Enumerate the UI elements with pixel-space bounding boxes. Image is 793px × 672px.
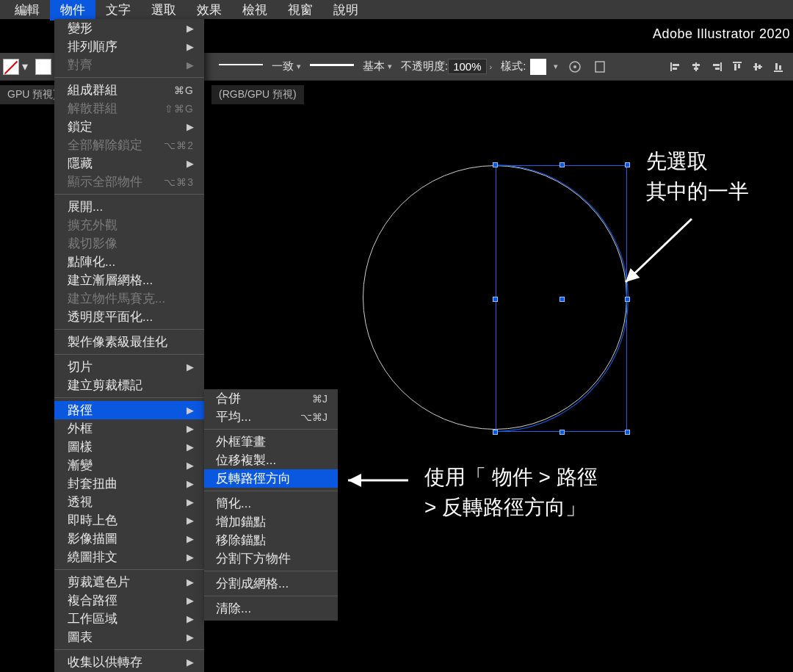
brush-label: 基本 [363, 59, 385, 73]
submenu-arrow-icon: ▶ [187, 405, 194, 416]
svg-rect-16 [755, 63, 757, 71]
menu-item[interactable]: 圖表▶ [54, 628, 204, 646]
menu-select[interactable]: 選取 [141, 0, 187, 21]
menu-item-label: 點陣化... [68, 253, 115, 270]
menu-item[interactable]: 透明度平面化... [54, 308, 204, 326]
stroke-profile-dropdown[interactable]: 一致 ▾ [272, 59, 301, 73]
selection-handle[interactable] [560, 430, 565, 435]
submenu-item[interactable]: 分割成網格... [204, 574, 338, 593]
submenu-item[interactable]: 反轉路徑方向 [204, 469, 338, 488]
submenu-item-label: 平均... [216, 408, 251, 425]
menu-type[interactable]: 文字 [95, 0, 141, 21]
menu-view[interactable]: 檢視 [232, 0, 278, 21]
opacity-field[interactable]: 不透明度: 100% › [401, 59, 492, 74]
fill-swatch-group[interactable]: ▾ [3, 59, 28, 75]
menu-item[interactable]: 建立剪裁標記 [54, 376, 204, 394]
align-vcenter-icon[interactable] [749, 59, 767, 75]
align-hcenter-icon[interactable] [687, 59, 705, 75]
submenu-item[interactable]: 平均...⌥⌘J [204, 408, 338, 426]
selection-bounding-box[interactable] [496, 165, 627, 432]
menu-item[interactable]: 製作像素級最佳化 [54, 333, 204, 351]
fill-swatch[interactable] [3, 59, 19, 75]
align-right-icon[interactable] [708, 59, 725, 75]
menu-item[interactable]: 透視▶ [54, 493, 204, 511]
submenu-item[interactable]: 清除... [204, 599, 338, 618]
menu-item-label: 組成群組 [68, 82, 117, 98]
menu-item[interactable]: 變形▶ [54, 19, 204, 37]
menu-edit[interactable]: 編輯 [4, 0, 50, 21]
menu-item-label: 繞圖排文 [68, 549, 117, 566]
recolor-icon[interactable] [564, 57, 586, 76]
svg-rect-2 [595, 62, 604, 72]
menu-item[interactable]: 點陣化... [54, 253, 204, 271]
menu-item[interactable]: 工作區域▶ [54, 610, 204, 628]
menu-item[interactable]: 切片▶ [54, 358, 204, 376]
document-setup-icon[interactable] [589, 57, 611, 76]
selection-center[interactable] [560, 297, 565, 302]
selection-handle[interactable] [493, 162, 498, 167]
chevron-down-icon: ▾ [388, 62, 392, 71]
align-top-icon[interactable] [728, 59, 746, 75]
selection-handle[interactable] [625, 297, 630, 302]
menu-item-label: 對齊 [68, 57, 93, 73]
menu-window[interactable]: 視窗 [278, 0, 323, 21]
align-bottom-icon[interactable] [770, 59, 787, 75]
svg-rect-13 [734, 64, 736, 71]
submenu-item[interactable]: 簡化... [204, 494, 338, 513]
brush-preview[interactable] [310, 64, 354, 70]
menu-item[interactable]: 繞圖排文▶ [54, 548, 204, 566]
menu-item[interactable]: 外框▶ [54, 419, 204, 438]
opacity-value[interactable]: 100% [448, 59, 486, 74]
chevron-right-icon[interactable]: › [490, 62, 493, 71]
svg-rect-15 [753, 66, 762, 68]
menu-item[interactable]: 組成群組⌘G [54, 81, 204, 99]
submenu-item[interactable]: 分割下方物件 [204, 549, 338, 568]
menu-item[interactable]: 排列順序▶ [54, 37, 204, 56]
menu-shortcut: ⌥⌘J [300, 411, 327, 423]
menu-item[interactable]: 漸變▶ [54, 456, 204, 474]
style-dropdown[interactable]: 樣式: ▾ [501, 59, 558, 75]
menu-item[interactable]: 路徑▶ [54, 401, 204, 419]
menu-separator [54, 397, 204, 398]
submenu-item[interactable]: 增加錨點 [204, 513, 338, 531]
menu-item[interactable]: 圖樣▶ [54, 438, 204, 456]
document-tab-rgb[interactable]: (RGB/GPU 預視) [211, 85, 304, 104]
menu-item-label: 顯示全部物件 [68, 173, 142, 190]
selection-handle[interactable] [560, 162, 565, 167]
menu-effect[interactable]: 效果 [187, 0, 232, 21]
selection-handle[interactable] [625, 430, 630, 435]
menu-item[interactable]: 封套扭曲▶ [54, 474, 204, 493]
menu-object[interactable]: 物件 [50, 0, 95, 21]
menu-item-label: 全部解除鎖定 [68, 137, 142, 153]
style-swatch[interactable] [530, 59, 546, 75]
submenu-item[interactable]: 位移複製... [204, 451, 338, 469]
stroke-profile-preview[interactable] [219, 64, 263, 70]
annotation-line: 其中的一半 [646, 177, 749, 207]
submenu-arrow-icon: ▶ [187, 613, 194, 624]
submenu-item[interactable]: 移除錨點 [204, 531, 338, 549]
selection-handle[interactable] [625, 162, 630, 167]
chevron-down-icon[interactable]: ▾ [22, 59, 28, 73]
align-left-icon[interactable] [667, 59, 684, 75]
stroke-swatch[interactable] [35, 59, 51, 75]
menu-item[interactable]: 影像描圖▶ [54, 530, 204, 548]
selection-handle[interactable] [493, 430, 498, 435]
menu-item[interactable]: 收集以供轉存▶ [54, 653, 204, 671]
selection-handle[interactable] [493, 297, 498, 302]
menu-item[interactable]: 剪裁遮色片▶ [54, 573, 204, 591]
svg-rect-19 [775, 63, 778, 70]
menu-item[interactable]: 展開... [54, 198, 204, 216]
menu-item: 對齊▶ [54, 56, 204, 74]
menu-item[interactable]: 建立漸層網格... [54, 271, 204, 289]
menu-item[interactable]: 複合路徑▶ [54, 591, 204, 610]
submenu-arrow-icon: ▶ [187, 23, 194, 34]
menu-item[interactable]: 即時上色▶ [54, 511, 204, 530]
svg-rect-8 [694, 68, 698, 70]
submenu-item[interactable]: 合併⌘J [204, 389, 338, 408]
menu-help[interactable]: 說明 [323, 0, 369, 21]
brush-dropdown[interactable]: 基本 ▾ [363, 59, 392, 73]
submenu-arrow-icon: ▶ [187, 496, 194, 507]
menu-item[interactable]: 鎖定▶ [54, 118, 204, 136]
menu-item[interactable]: 隱藏▶ [54, 154, 204, 173]
submenu-item[interactable]: 外框筆畫 [204, 433, 338, 451]
